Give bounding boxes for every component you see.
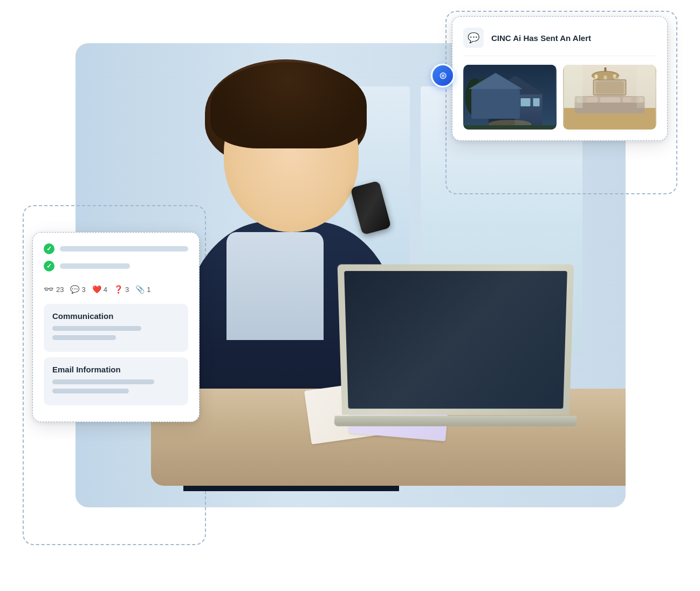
interior-svg xyxy=(563,65,656,130)
heart-icon: ❤️ xyxy=(92,285,101,294)
bar-2 xyxy=(60,263,130,269)
email-title: Email Information xyxy=(52,365,180,374)
stat-views-count: 23 xyxy=(56,286,64,294)
svg-rect-22 xyxy=(600,97,621,103)
house-exterior-svg xyxy=(463,65,557,130)
check-icon-2 xyxy=(44,261,54,271)
svg-rect-29 xyxy=(637,65,656,108)
stat-chat: 💬 3 xyxy=(70,285,85,294)
stat-heart: ❤️ 4 xyxy=(92,285,107,294)
property-images-row xyxy=(463,65,656,130)
svg-point-16 xyxy=(595,74,598,79)
stat-question-count: 3 xyxy=(125,286,129,294)
communication-section: Communication xyxy=(44,304,188,352)
email-section: Email Information xyxy=(44,357,188,405)
alert-message-icon: 💬 xyxy=(463,28,484,48)
alert-title: CINC Ai Has Sent An Alert xyxy=(491,33,591,43)
left-panel-card: 👓 23 💬 3 ❤️ 4 ❓ 3 📎 1 Communication Emai… xyxy=(32,232,200,422)
comm-bar-2 xyxy=(52,335,116,340)
svg-point-17 xyxy=(604,76,607,80)
alert-card: 💬 CINC Ai Has Sent An Alert xyxy=(452,16,668,141)
ai-avatar-icon: ⊛ xyxy=(439,70,447,81)
email-bar-2 xyxy=(52,389,129,393)
bar-1 xyxy=(60,246,188,252)
svg-point-2 xyxy=(475,78,491,111)
stat-clip: 📎 1 xyxy=(135,285,150,294)
check-icon-1 xyxy=(44,243,54,254)
email-bar-1 xyxy=(52,379,154,384)
glasses-icon: 👓 xyxy=(44,284,54,294)
comm-bar-1 xyxy=(52,326,141,331)
stat-chat-count: 3 xyxy=(81,286,85,294)
checklist-item-1 xyxy=(44,243,188,254)
question-icon: ❓ xyxy=(114,285,123,294)
alert-text-group: CINC Ai Has Sent An Alert xyxy=(491,33,591,43)
svg-rect-7 xyxy=(521,98,531,106)
alert-header: 💬 CINC Ai Has Sent An Alert xyxy=(463,28,656,56)
stat-views: 👓 23 xyxy=(44,284,64,294)
stat-heart-count: 4 xyxy=(104,286,107,294)
laptop-screen xyxy=(338,264,574,415)
svg-rect-8 xyxy=(533,98,540,106)
stats-row: 👓 23 💬 3 ❤️ 4 ❓ 3 📎 1 xyxy=(44,281,188,294)
svg-rect-26 xyxy=(594,80,626,95)
property-image-2 xyxy=(563,65,656,130)
chat-icon: 💬 xyxy=(70,285,79,294)
stat-clip-count: 1 xyxy=(147,286,150,294)
communication-title: Communication xyxy=(52,311,180,321)
svg-point-1 xyxy=(465,78,485,116)
ai-avatar-badge[interactable]: ⊛ xyxy=(431,64,455,87)
property-image-1 xyxy=(463,65,557,130)
clip-icon: 📎 xyxy=(135,285,145,294)
svg-rect-11 xyxy=(464,125,556,130)
svg-rect-27 xyxy=(595,81,624,93)
svg-rect-28 xyxy=(564,65,583,108)
svg-point-18 xyxy=(613,74,616,79)
laptop-base xyxy=(334,416,578,426)
stat-question: ❓ 3 xyxy=(114,285,129,294)
checklist-item-2 xyxy=(44,261,188,271)
